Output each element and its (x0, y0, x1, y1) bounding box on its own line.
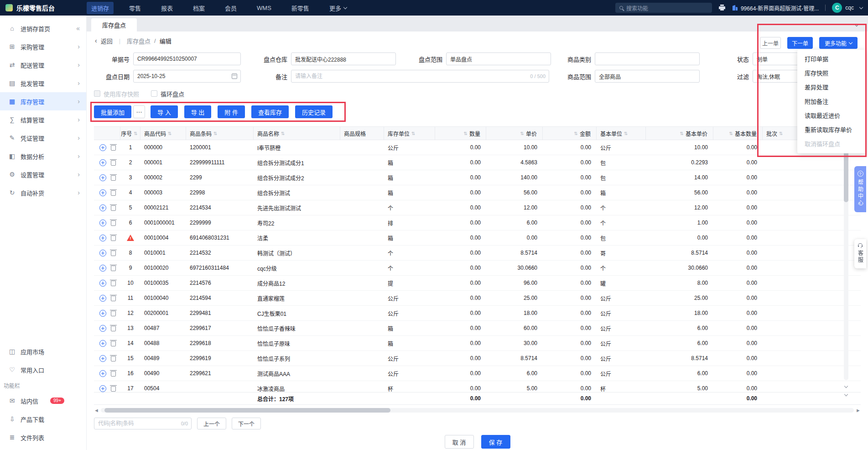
sidebar-item-voucher[interactable]: ✎凭证管理› (0, 129, 86, 147)
menu-item-stock-snapshot[interactable]: 库存快照 (797, 66, 866, 80)
topnav-retail[interactable]: 零售 (125, 2, 146, 14)
add-row-icon[interactable] (99, 250, 106, 256)
back-link[interactable]: 返回 (101, 37, 113, 45)
prev-doc-button[interactable]: 上一单 (760, 37, 781, 49)
sort-icon[interactable]: ⇅ (281, 131, 285, 136)
row-qty[interactable]: 0.00 (435, 385, 486, 392)
delete-row-icon[interactable] (111, 311, 116, 316)
add-row-icon[interactable] (99, 340, 106, 347)
breadcrumb-root[interactable]: 库存盘点 (127, 37, 151, 45)
row-qty[interactable]: 0.00 (435, 265, 486, 271)
sidebar-item-delivery[interactable]: ⇄配送管理› (0, 56, 86, 74)
add-row-icon[interactable] (99, 144, 106, 151)
add-row-icon[interactable] (99, 370, 106, 377)
sidebar-item-wholesale[interactable]: ▤批发管理› (0, 74, 86, 92)
topnav-reports[interactable]: 报表 (156, 2, 177, 14)
sort-icon[interactable]: ⇅ (464, 131, 468, 136)
delete-row-icon[interactable] (111, 326, 116, 331)
row-qty[interactable]: 0.00 (435, 280, 486, 286)
add-row-icon[interactable] (99, 280, 106, 287)
scroll-down-icon[interactable] (843, 392, 849, 398)
sidebar-item-mail[interactable]: ✉站内信99+ (0, 392, 86, 410)
menu-item-diff-handle[interactable]: 差异处理 (797, 80, 866, 94)
sidebar-item-download[interactable]: ⇩产品下载 (0, 410, 86, 428)
delete-row-icon[interactable] (111, 235, 116, 241)
delete-row-icon[interactable] (111, 251, 116, 256)
sort-icon[interactable]: ⇅ (520, 131, 524, 136)
count-date-input[interactable] (133, 70, 241, 83)
user-menu[interactable]: C cqc (832, 3, 863, 13)
sidebar-item-home[interactable]: ⌂进销存首页« (0, 19, 86, 37)
row-qty[interactable]: 0.00 (435, 159, 486, 166)
more-functions-button[interactable]: 更多功能 (819, 37, 858, 49)
add-row-icon[interactable] (99, 265, 106, 272)
sidebar-item-inventory[interactable]: ▦库存管理› (0, 92, 86, 110)
sort-icon[interactable]: ⇅ (411, 131, 415, 136)
delete-row-icon[interactable] (111, 356, 116, 361)
collapse-sidebar-icon[interactable]: « (76, 25, 80, 32)
sidebar-item-replenish[interactable]: ↻自动补货› (0, 183, 86, 202)
use-snapshot-checkbox[interactable]: 使用库存快照 (94, 89, 139, 98)
count-scope-input[interactable] (446, 52, 551, 65)
next-doc-button[interactable]: 下一单 (787, 37, 813, 49)
add-row-icon[interactable] (99, 189, 106, 196)
topnav-wms[interactable]: WMS (252, 3, 276, 13)
category-input[interactable] (595, 52, 700, 65)
doc-no-input[interactable] (133, 52, 241, 65)
sort-icon[interactable]: ⇅ (134, 131, 137, 136)
add-row-icon[interactable] (99, 220, 106, 226)
add-row-icon[interactable] (99, 325, 106, 332)
sort-icon[interactable]: ⇅ (729, 131, 733, 136)
attachment-button[interactable]: 附 件 (218, 105, 245, 118)
menu-item-reread-stock-price[interactable]: 重新读取库存单价 (797, 123, 866, 137)
sort-icon[interactable]: ⇅ (779, 131, 783, 136)
global-search-input[interactable]: 搜索功能 (615, 3, 712, 13)
scrollbar-track[interactable] (101, 408, 854, 413)
customer-service-tab[interactable]: 客服 (854, 239, 866, 268)
delete-row-icon[interactable] (111, 341, 116, 346)
delete-row-icon[interactable] (111, 175, 116, 181)
tab-stocktaking[interactable]: 库存盘点 (91, 18, 137, 31)
scroll-right-icon[interactable]: ► (856, 408, 861, 413)
scrollbar-thumb[interactable] (104, 408, 390, 413)
row-qty[interactable]: 0.00 (435, 355, 486, 361)
topnav-archives[interactable]: 档案 (188, 2, 209, 14)
row-qty[interactable]: 0.00 (435, 340, 486, 346)
scroll-left-icon[interactable]: ◄ (94, 408, 99, 413)
collapse-panel-icon[interactable] (855, 23, 858, 26)
vertical-scrollbar[interactable] (844, 126, 848, 380)
add-row-icon[interactable] (99, 159, 106, 166)
row-qty[interactable]: 0.00 (435, 174, 486, 181)
calendar-icon[interactable] (232, 73, 237, 79)
add-row-icon[interactable] (99, 235, 106, 241)
delete-row-icon[interactable] (111, 145, 116, 151)
help-center-tab[interactable]: ? 帮助中心 (854, 166, 866, 212)
remark-input[interactable] (291, 70, 549, 83)
add-row-icon[interactable] (99, 295, 106, 302)
topnav-inventory-main[interactable]: 进销存 (87, 2, 114, 14)
topnav-members[interactable]: 会员 (220, 2, 241, 14)
row-qty[interactable]: 0.00 (435, 310, 486, 316)
row-qty[interactable]: 0.00 (435, 370, 486, 377)
sidebar-item-settlement[interactable]: ∑结算管理› (0, 110, 86, 129)
sidebar-item-analytics[interactable]: ◧数据分析› (0, 147, 86, 165)
menu-item-print-doc[interactable]: 打印单据 (797, 52, 866, 66)
sidebar-item-settings[interactable]: ⚙设置管理› (0, 165, 86, 183)
export-button[interactable]: 导 出 (184, 105, 212, 118)
topnav-new-retail[interactable]: 新零售 (287, 2, 314, 14)
menu-item-append-remark[interactable]: 附加备注 (797, 94, 866, 109)
item-locate-input[interactable] (94, 418, 192, 429)
row-qty[interactable]: 0.00 (435, 189, 486, 196)
menu-item-cancel-cycle-count[interactable]: 取消循环盘点 (797, 137, 866, 151)
sidebar-item-files[interactable]: ≣文件列表 (0, 428, 86, 446)
delete-row-icon[interactable] (111, 371, 116, 377)
save-button[interactable]: 保 存 (481, 435, 510, 449)
printer-icon[interactable] (718, 5, 726, 11)
delete-row-icon[interactable] (111, 281, 116, 286)
sort-icon[interactable]: ⇅ (213, 131, 217, 136)
add-row-icon[interactable] (99, 385, 106, 392)
history-button[interactable]: 历史记录 (295, 105, 333, 118)
sidebar-item-favorites[interactable]: ♡常用入口 (0, 361, 86, 379)
delete-row-icon[interactable] (111, 386, 116, 392)
warehouse-input[interactable] (291, 52, 396, 65)
